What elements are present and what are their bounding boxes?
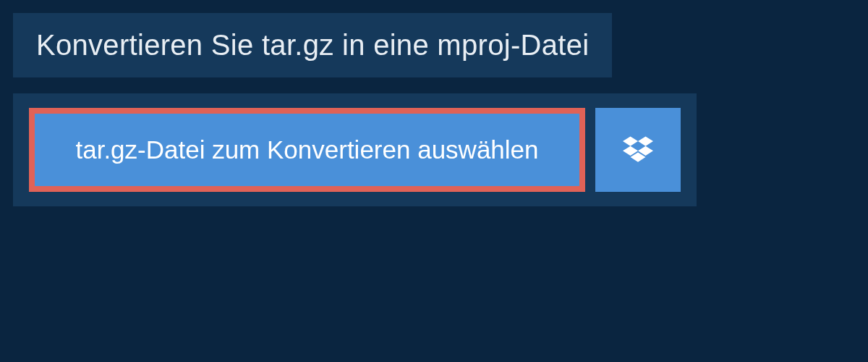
dropbox-button[interactable] — [595, 108, 681, 192]
page-title: Konvertieren Sie tar.gz in eine mproj-Da… — [36, 29, 589, 62]
select-file-button[interactable]: tar.gz-Datei zum Konvertieren auswählen — [29, 108, 585, 192]
select-file-label: tar.gz-Datei zum Konvertieren auswählen — [75, 135, 538, 164]
header-bar: Konvertieren Sie tar.gz in eine mproj-Da… — [13, 13, 612, 77]
dropbox-icon — [623, 133, 653, 167]
upload-panel: tar.gz-Datei zum Konvertieren auswählen — [13, 93, 697, 206]
